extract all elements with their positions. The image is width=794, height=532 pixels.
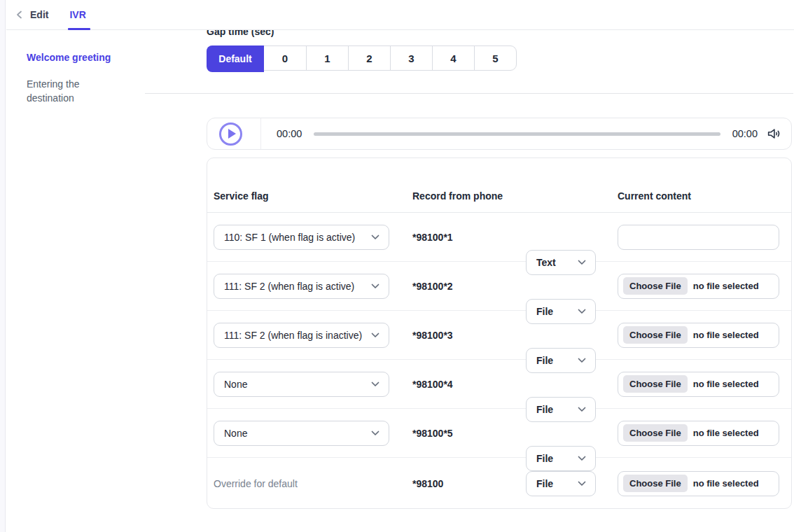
chevron-down-icon [371, 234, 379, 240]
service-flag-value: None [224, 428, 247, 439]
gap-option-default[interactable]: Default [207, 46, 264, 72]
play-icon [228, 129, 236, 139]
play-button[interactable] [219, 122, 242, 146]
service-flag-value: 111: SF 2 (when flag is inactive) [224, 330, 362, 341]
column-header-record-from-phone: Record from phone [412, 190, 503, 202]
choose-file-button[interactable]: Choose File [623, 475, 688, 492]
gap-option-4[interactable]: 4 [432, 46, 474, 70]
table-row: 111: SF 2 (when flag is inactive) *98100… [207, 311, 791, 360]
file-input[interactable]: Choose File no file selected [618, 471, 779, 496]
tab-ivr-label: IVR [69, 9, 85, 20]
table-row: 111: SF 2 (when flag is active) *98100*2… [207, 262, 791, 311]
record-code: *98100*2 [412, 281, 453, 292]
table-row: None *98100*4 File Choose File no file s… [207, 360, 791, 409]
content-type-value: File [536, 478, 553, 489]
file-status-text: no file selected [693, 428, 759, 438]
chevron-left-icon [15, 10, 24, 19]
file-status-text: no file selected [693, 330, 759, 340]
service-flag-select[interactable]: 111: SF 2 (when flag is active) [214, 274, 389, 299]
choose-file-button[interactable]: Choose File [623, 375, 688, 393]
file-status-text: no file selected [693, 478, 759, 489]
service-flag-value: 111: SF 2 (when flag is active) [224, 281, 354, 292]
gap-option-0[interactable]: 0 [264, 46, 306, 70]
service-flag-select[interactable]: None [214, 372, 389, 397]
table-row: None *98100*5 File Choose File no file s… [207, 409, 791, 458]
tab-edit[interactable]: Edit [30, 9, 48, 20]
active-tab-underline [68, 28, 90, 30]
chevron-down-icon [371, 284, 379, 289]
duration-time: 00:00 [732, 128, 758, 139]
section-divider [145, 93, 793, 94]
column-header-current-content: Current content [618, 190, 691, 202]
content-text-input[interactable] [618, 225, 779, 250]
override-default-label: Override for default [214, 478, 298, 489]
service-flag-value: 110: SF 1 (when flag is active) [224, 232, 355, 243]
gap-option-5[interactable]: 5 [474, 46, 516, 70]
record-code: *98100*5 [412, 428, 453, 439]
sidebar-item-entering-destination[interactable]: Entering the destination [27, 77, 104, 105]
choose-file-button[interactable]: Choose File [623, 424, 688, 442]
choose-file-button[interactable]: Choose File [623, 277, 688, 295]
back-button[interactable] [15, 10, 25, 20]
chevron-down-icon [371, 382, 379, 387]
column-header-service-flag: Service flag [214, 190, 269, 202]
volume-button[interactable] [766, 126, 781, 141]
top-tab-bar: Edit IVR [6, 0, 794, 30]
gap-option-1[interactable]: 1 [306, 46, 348, 70]
service-flag-value: None [224, 379, 247, 390]
record-code: *98100*4 [412, 379, 453, 390]
content-type-select[interactable]: File [526, 471, 596, 496]
play-section [207, 118, 261, 149]
gap-time-segmented-control: Default 0 1 2 3 4 5 [207, 46, 517, 71]
service-flag-select[interactable]: 111: SF 2 (when flag is inactive) [214, 323, 389, 348]
chevron-down-icon [371, 430, 379, 436]
gap-time-label: Gap time (sec) [207, 30, 274, 37]
chevron-down-icon [371, 332, 379, 338]
sidebar-item-welcome-greeting[interactable]: Welcome greeting [27, 52, 111, 63]
record-code: *98100*1 [412, 232, 453, 243]
speaker-icon [766, 126, 781, 141]
record-code: *98100 [412, 478, 443, 489]
file-input[interactable]: Choose File no file selected [618, 274, 779, 299]
file-status-text: no file selected [693, 379, 759, 389]
table-row: 110: SF 1 (when flag is active) *98100*1… [207, 213, 791, 262]
gap-time-label-clip: Gap time (sec) [207, 30, 274, 39]
chevron-down-icon [578, 481, 586, 486]
file-input[interactable]: Choose File no file selected [618, 421, 779, 446]
greeting-content-table: Service flag Record from phone Current c… [207, 158, 792, 509]
choose-file-button[interactable]: Choose File [623, 326, 688, 344]
gap-option-3[interactable]: 3 [390, 46, 432, 70]
service-flag-select[interactable]: None [214, 421, 389, 446]
current-time: 00:00 [277, 128, 302, 139]
file-input[interactable]: Choose File no file selected [618, 323, 779, 348]
record-code: *98100*3 [412, 330, 453, 341]
tab-ivr[interactable]: IVR [69, 0, 85, 29]
service-flag-select[interactable]: 110: SF 1 (when flag is active) [214, 225, 389, 250]
seek-bar[interactable] [314, 132, 720, 136]
gap-option-2[interactable]: 2 [348, 46, 390, 70]
file-status-text: no file selected [693, 281, 759, 291]
file-input[interactable]: Choose File no file selected [618, 372, 779, 397]
ivr-settings-page: Edit IVR Welcome greeting Entering the d… [0, 0, 794, 532]
left-gutter [0, 0, 6, 532]
table-row: Override for default *98100 File Choose … [207, 458, 791, 509]
table-header-row: Service flag Record from phone Current c… [207, 158, 791, 213]
audio-player: 00:00 00:00 [207, 118, 792, 150]
